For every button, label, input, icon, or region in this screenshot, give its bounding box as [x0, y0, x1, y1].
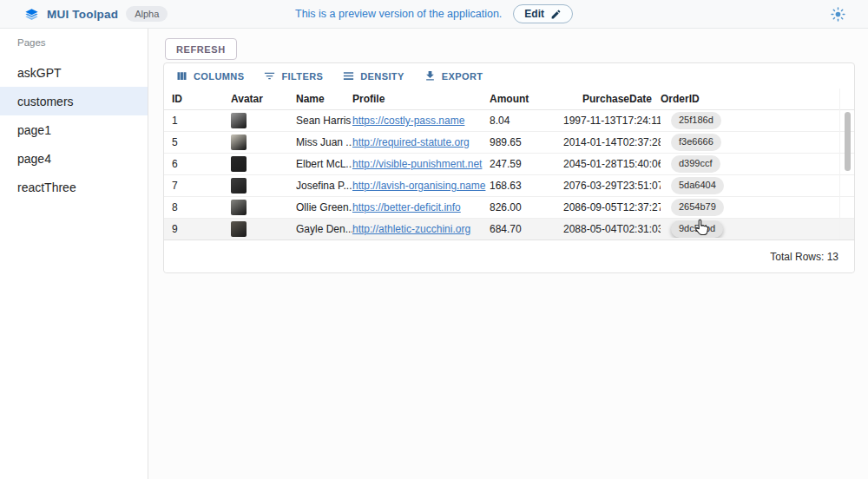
profile-link[interactable]: https://better-deficit.info — [352, 201, 461, 213]
column-header-avatar[interactable]: Avatar — [231, 93, 296, 105]
order-id-chip[interactable]: f3e6666 — [671, 134, 721, 150]
cell-purchase-date: 2086-09-05T12:37:27.015Z — [563, 201, 661, 213]
avatar — [231, 221, 247, 237]
cell-amount: 168.63 — [490, 180, 563, 192]
order-id-chip[interactable]: 9dc59bd — [671, 220, 723, 237]
order-id-chip[interactable]: 25f186d — [671, 112, 721, 128]
cell-amount: 826.00 — [490, 201, 563, 213]
preview-banner: This is a preview version of the applica… — [295, 0, 573, 28]
cell-amount: 8.04 — [490, 115, 563, 127]
export-button[interactable]: EXPORT — [417, 66, 490, 86]
profile-link[interactable]: http://visible-punishment.net — [352, 158, 482, 170]
app-title: MUI Toolpad — [47, 8, 118, 21]
table-row[interactable]: 8Ollie Green...https://better-deficit.in… — [164, 197, 854, 219]
cell-avatar — [231, 113, 296, 128]
total-rows-label: Total Rows: 13 — [770, 251, 838, 263]
avatar — [231, 113, 247, 128]
edit-button-label: Edit — [524, 8, 544, 20]
avatar — [231, 200, 247, 215]
cell-name: Miss Juan ... — [296, 136, 352, 148]
sidebar-item-askGPT[interactable]: askGPT — [0, 58, 148, 87]
cell-name: Ollie Green... — [296, 201, 352, 213]
grid-header-row: IDAvatarNameProfileAmountPurchaseDateOrd… — [164, 89, 854, 110]
cell-profile: http://visible-punishment.net — [352, 158, 490, 170]
customers-data-grid: COLUMNSFILTERSDENSITYEXPORT IDAvatarName… — [163, 62, 855, 273]
cell-name: Josefina P... — [296, 180, 352, 192]
column-header-profile[interactable]: Profile — [352, 93, 490, 105]
profile-link[interactable]: http://required-statute.org — [352, 136, 470, 148]
density-icon — [342, 69, 355, 82]
toolbar-button-label: EXPORT — [442, 71, 483, 82]
sidebar-item-customers[interactable]: customers — [0, 87, 148, 115]
table-row[interactable]: 5Miss Juan ...http://required-statute.or… — [164, 132, 854, 154]
column-header-amount[interactable]: Amount — [490, 93, 563, 105]
sun-icon — [831, 7, 845, 22]
filters-button[interactable]: FILTERS — [256, 66, 330, 86]
cell-purchase-date: 2088-05-04T02:31:03.294Z — [563, 223, 661, 235]
cell-avatar — [231, 135, 296, 150]
sidebar-item-reactThree[interactable]: reactThree — [0, 173, 148, 201]
filters-icon — [263, 69, 276, 82]
density-button[interactable]: DENSITY — [335, 66, 411, 86]
cell-order-id: 9dc59bd — [661, 220, 799, 237]
sidebar-items: askGPTcustomerspage1page4reactThree — [0, 58, 148, 201]
order-id-chip[interactable]: 5da6404 — [671, 177, 724, 194]
profile-link[interactable]: http://lavish-organising.name — [352, 180, 485, 192]
edit-button[interactable]: Edit — [513, 4, 573, 23]
table-row[interactable]: 6Elbert McL...http://visible-punishment.… — [164, 154, 854, 175]
pencil-icon — [550, 9, 562, 20]
cell-name: Elbert McL... — [296, 158, 352, 170]
cell-name: Gayle Den... — [296, 223, 352, 235]
export-icon — [424, 69, 437, 82]
cell-order-id: 25f186d — [661, 112, 799, 128]
table-row[interactable]: 7Josefina P...http://lavish-organising.n… — [164, 175, 854, 197]
cell-avatar — [231, 156, 296, 172]
avatar — [231, 178, 247, 194]
cell-id: 7 — [172, 180, 231, 192]
profile-link[interactable]: https://costly-pass.name — [352, 115, 464, 127]
cell-id: 5 — [172, 136, 231, 148]
sidebar-item-page4[interactable]: page4 — [0, 144, 148, 173]
cell-id: 1 — [172, 115, 231, 127]
column-header-purchasedate[interactable]: PurchaseDate — [563, 93, 661, 105]
preview-banner-text: This is a preview version of the applica… — [295, 8, 502, 20]
profile-link[interactable]: http://athletic-zucchini.org — [352, 223, 470, 235]
column-header-orderid[interactable]: OrderID — [661, 93, 799, 105]
grid-rows: 1Sean Harrishttps://costly-pass.name8.04… — [164, 110, 854, 240]
columns-button[interactable]: COLUMNS — [168, 66, 251, 86]
cell-amount: 684.70 — [490, 223, 563, 235]
cell-profile: http://athletic-zucchini.org — [352, 223, 490, 235]
order-id-chip[interactable]: 2654b79 — [671, 199, 724, 215]
theme-toggle-button[interactable] — [831, 7, 845, 22]
order-id-chip[interactable]: d399ccf — [671, 155, 720, 172]
cell-order-id: 5da6404 — [661, 177, 799, 194]
cell-avatar — [231, 221, 296, 237]
cell-id: 6 — [172, 158, 231, 170]
app-bar: MUI Toolpad Alpha This is a preview vers… — [0, 0, 868, 29]
cell-id: 8 — [172, 201, 231, 213]
column-header-id[interactable]: ID — [172, 93, 231, 105]
sidebar: Pages askGPTcustomerspage1page4reactThre… — [0, 29, 148, 479]
cell-amount: 989.65 — [490, 136, 563, 148]
cell-id: 9 — [172, 223, 231, 235]
cell-profile: https://better-deficit.info — [352, 201, 490, 213]
cell-profile: http://lavish-organising.name — [352, 180, 490, 192]
grid-scrollbar-track — [839, 89, 854, 240]
column-header-name[interactable]: Name — [296, 93, 352, 105]
grid-vertical-scrollbar[interactable] — [845, 112, 851, 171]
refresh-button[interactable]: REFRESH — [165, 38, 237, 60]
grid-toolbar: COLUMNSFILTERSDENSITYEXPORT — [164, 63, 854, 89]
cell-purchase-date: 1997-11-13T17:24:11.769Z — [563, 115, 661, 127]
sidebar-section-label: Pages — [0, 29, 148, 49]
sidebar-item-page1[interactable]: page1 — [0, 115, 148, 144]
app-window: MUI Toolpad Alpha This is a preview vers… — [0, 0, 868, 479]
cell-avatar — [231, 178, 296, 194]
cell-profile: https://costly-pass.name — [352, 115, 490, 127]
columns-icon — [175, 69, 188, 82]
avatar — [231, 156, 247, 172]
cell-order-id: d399ccf — [661, 155, 799, 172]
toolbar-button-label: DENSITY — [360, 71, 404, 82]
table-row[interactable]: 9Gayle Den...http://athletic-zucchini.or… — [164, 219, 854, 240]
table-row[interactable]: 1Sean Harrishttps://costly-pass.name8.04… — [164, 110, 854, 132]
alpha-badge: Alpha — [126, 6, 168, 22]
